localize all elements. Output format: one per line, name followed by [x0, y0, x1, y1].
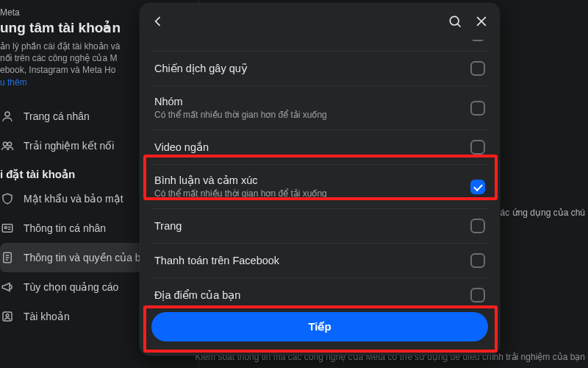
option-title: Video ngắn [154, 141, 209, 153]
option-title: Địa điểm của bạn [154, 289, 240, 301]
option-title: Nhóm [154, 96, 327, 107]
close-button[interactable] [473, 13, 490, 29]
search-button[interactable] [447, 13, 463, 29]
checkbox-checked[interactable] [470, 180, 485, 194]
svg-rect-3 [2, 224, 12, 233]
connected-icon [0, 138, 15, 153]
checkbox[interactable] [470, 288, 485, 302]
checkbox[interactable] [470, 101, 485, 116]
option-row-location[interactable]: Địa điểm của bạn [151, 278, 488, 307]
modal-footer: Tiếp [140, 307, 500, 355]
svg-point-7 [6, 314, 9, 316]
sidebar-item-label: Thông tin và quyền của b [24, 252, 141, 263]
option-row-fundraisers[interactable]: Chiến dịch gây quỹ [151, 52, 488, 86]
option-row-pages[interactable]: Trang [151, 209, 488, 244]
option-title: Trang [154, 220, 182, 232]
sidebar-item-label: Tùy chọn quảng cáo [24, 281, 118, 293]
sidebar-item-label: Trải nghiệm kết nối [24, 140, 114, 152]
accounts-icon [0, 309, 15, 324]
download-select-modal: Chiến dịch gây quỹ Nhóm Có thể mất nhiều… [140, 3, 500, 355]
sidebar-item-label: Tài khoản [24, 311, 70, 322]
option-title: Chiến dịch gây quỹ [154, 63, 248, 74]
id-card-icon [0, 221, 15, 236]
option-subtitle: Có thể mất nhiều thời gian hơn để tải xu… [154, 110, 327, 120]
next-button[interactable]: Tiếp [151, 312, 488, 342]
modal-body: Chiến dịch gây quỹ Nhóm Có thể mất nhiều… [140, 40, 500, 307]
option-row-payments[interactable]: Thanh toán trên Facebook [151, 244, 488, 278]
checkbox[interactable] [470, 219, 485, 233]
checkbox[interactable] [470, 61, 485, 76]
checkbox[interactable] [470, 140, 485, 155]
profile-icon [0, 109, 15, 124]
doc-icon [0, 250, 15, 265]
checkbox[interactable] [470, 253, 485, 268]
bg-right-text-1: các ứng dụng của chú [496, 208, 585, 218]
svg-point-1 [3, 142, 7, 146]
megaphone-icon [0, 280, 15, 294]
option-title: Thanh toán trên Facebook [154, 255, 279, 266]
svg-point-0 [5, 112, 10, 116]
checkbox[interactable] [470, 40, 485, 41]
sidebar-item-label: Mật khẩu và bảo mật [24, 193, 123, 205]
svg-point-8 [450, 16, 459, 25]
sidebar-item-label: Thông tin cá nhân [24, 222, 106, 234]
option-row-comments-reactions[interactable]: Bình luận và cảm xúc Có thể mất nhiều th… [151, 165, 488, 209]
option-row-reels[interactable]: Video ngắn [151, 130, 488, 165]
option-row-groups[interactable]: Nhóm Có thể mất nhiều thời gian hơn để t… [151, 86, 488, 130]
svg-point-2 [7, 142, 11, 146]
option-title: Bình luận và cảm xúc [154, 174, 327, 186]
shield-icon [0, 191, 15, 206]
modal-header [140, 3, 500, 40]
learn-more-link[interactable]: u thêm [0, 77, 27, 88]
option-subtitle: Có thể mất nhiều thời gian hơn để tải xu… [154, 188, 327, 199]
sidebar-item-label: Trang cá nhân [24, 110, 90, 122]
option-row-cutoff[interactable] [151, 40, 488, 52]
svg-point-4 [4, 227, 7, 229]
back-button[interactable] [150, 13, 166, 29]
